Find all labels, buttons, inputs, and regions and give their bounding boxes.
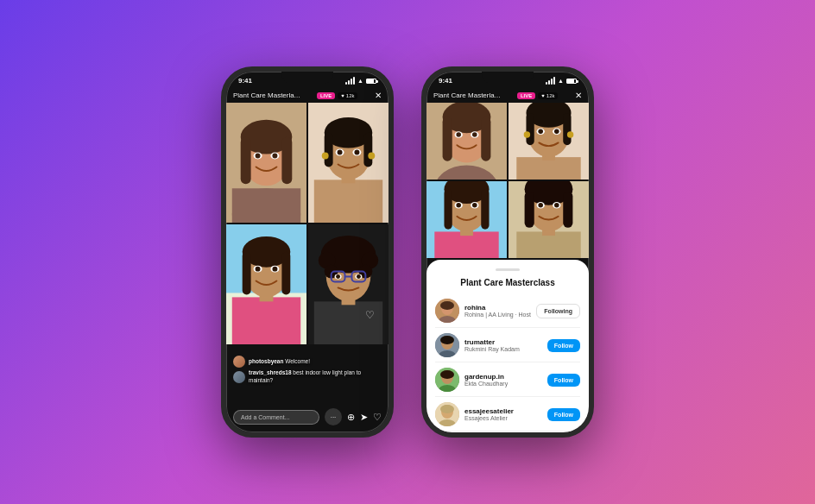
- svg-rect-32: [281, 252, 290, 295]
- video-grid-right: [426, 103, 589, 258]
- svg-point-77: [554, 129, 559, 135]
- time-right: 9:41: [439, 77, 452, 85]
- svg-rect-17: [325, 133, 333, 167]
- svg-rect-6: [241, 137, 251, 185]
- host-item-2: gardenup.in Ekta Chaudhary Follow: [435, 363, 580, 397]
- svg-point-72: [524, 131, 530, 137]
- chat-overlay: photosbyean Welcome! travis_shreds18 bes…: [226, 352, 389, 387]
- live-badge-left: LIVE: [317, 92, 335, 99]
- host-avatar-0: [435, 299, 459, 323]
- bottom-bar-left: Add a Comment... ··· ⊕ ➤ ♡: [226, 408, 389, 425]
- svg-point-35: [256, 267, 261, 272]
- host-username-2: gardenup.in: [464, 373, 542, 381]
- host-display-0: Rohina | AA Living · Host: [464, 312, 531, 318]
- stream-badges-right: LIVE ♥12k: [517, 92, 559, 99]
- host-info-3: essajeesatelier Essajees Atelier: [464, 407, 542, 421]
- svg-point-23: [338, 150, 343, 155]
- svg-point-110: [440, 370, 454, 379]
- follow-button-3[interactable]: Follow: [547, 408, 580, 421]
- video-cell-r2: [509, 103, 589, 180]
- svg-rect-2: [232, 188, 300, 223]
- host-item-1: trumatter Rukmini Ray Kadam Follow: [435, 329, 580, 362]
- following-button-0[interactable]: Following: [536, 304, 580, 318]
- video-cell-r4: [509, 181, 589, 258]
- svg-rect-95: [563, 192, 572, 228]
- battery-icon-right: [566, 79, 577, 84]
- status-icons-left: ▲: [345, 77, 376, 85]
- chat-avatar-2: [233, 371, 245, 383]
- host-item-3: essajeesatelier Essajees Atelier Follow: [435, 398, 580, 432]
- svg-point-73: [567, 131, 573, 137]
- chat-message-2: travis_shreds18 best indoor low light pl…: [233, 369, 382, 384]
- video-grid-left: ♡: [226, 103, 389, 344]
- info-panel: Plant Care Masterclass rohina Rohina | A…: [426, 260, 589, 432]
- host-list: rohina Rohina | AA Living · Host Followi…: [426, 294, 589, 432]
- host-info-1: trumatter Rukmini Ray Kadam: [464, 338, 542, 352]
- host-username-0: rohina: [464, 304, 531, 312]
- video-cell-3: [226, 224, 306, 344]
- svg-rect-38: [314, 301, 382, 344]
- svg-point-36: [272, 267, 277, 272]
- stream-header-right: Plant Care Masterla... LIVE ♥12k ✕: [426, 89, 589, 104]
- svg-point-20: [368, 153, 375, 160]
- stream-title-right: Plant Care Masterla...: [433, 91, 500, 99]
- svg-rect-71: [563, 113, 571, 145]
- svg-point-11: [272, 154, 277, 159]
- host-info-0: rohina Rohina | AA Living · Host: [464, 304, 531, 318]
- host-item-0: rohina Rohina | AA Living · Host Followi…: [435, 294, 580, 328]
- svg-point-87: [456, 203, 461, 208]
- svg-rect-94: [525, 192, 534, 228]
- follow-button-2[interactable]: Follow: [547, 374, 580, 387]
- request-join-button[interactable]: Request to Join: [426, 432, 589, 432]
- status-bar-right: 9:41 ▲: [426, 72, 589, 86]
- host-avatar-3: [435, 402, 459, 426]
- live-badge-right: LIVE: [517, 92, 535, 99]
- video-cell-r3: [426, 181, 507, 258]
- like-icon[interactable]: ♡: [373, 412, 382, 423]
- svg-point-98: [538, 203, 543, 208]
- status-bar-left: 9:41 ▲: [226, 72, 389, 86]
- follow-button-1[interactable]: Follow: [547, 339, 580, 352]
- chat-message-1: photosbyean Welcome!: [233, 356, 382, 368]
- panel-title: Plant Care Masterclass: [426, 278, 589, 287]
- svg-point-64: [472, 132, 477, 137]
- video-cell-1: [226, 103, 306, 223]
- svg-point-51: [336, 274, 340, 279]
- svg-point-106: [440, 336, 454, 344]
- svg-rect-84: [481, 189, 489, 230]
- svg-point-99: [554, 203, 559, 208]
- dm-icon[interactable]: ⊕: [347, 412, 355, 423]
- time-left: 9:41: [238, 77, 252, 85]
- host-avatar-1: [435, 333, 459, 357]
- stream-badges-left: LIVE ♥12k: [317, 92, 358, 99]
- host-display-2: Ekta Chaudhary: [464, 381, 542, 387]
- svg-rect-7: [281, 137, 292, 185]
- svg-point-88: [472, 203, 477, 208]
- stream-title-left: Plant Care Masterla...: [233, 91, 300, 99]
- status-icons-right: ▲: [546, 77, 577, 85]
- phone-right: 9:41 ▲ Plant Care Masterla... LIVE ♥12k …: [421, 66, 594, 438]
- viewer-count-right: ♥12k: [538, 92, 558, 99]
- more-options-button[interactable]: ···: [325, 408, 342, 425]
- svg-rect-13: [314, 180, 382, 223]
- host-display-1: Rukmini Ray Kadam: [464, 346, 542, 352]
- svg-point-52: [357, 274, 361, 279]
- comment-input[interactable]: Add a Comment...: [233, 410, 319, 425]
- panel-handle: [496, 268, 520, 271]
- signal-icon-right: [546, 77, 555, 85]
- svg-rect-18: [363, 133, 372, 167]
- close-button-right[interactable]: ✕: [575, 91, 582, 100]
- host-username-1: trumatter: [464, 338, 542, 346]
- svg-rect-59: [443, 117, 452, 161]
- chat-avatar-1: [233, 356, 245, 368]
- viewer-count-left: ♥12k: [338, 92, 357, 99]
- close-button-left[interactable]: ✕: [375, 91, 382, 100]
- host-info-2: gardenup.in Ekta Chaudhary: [464, 373, 542, 387]
- host-username-3: essajeesatelier: [464, 407, 542, 415]
- video-cell-4: ♡: [308, 224, 389, 344]
- video-cell-r1: [426, 103, 507, 180]
- svg-text:♡: ♡: [365, 309, 375, 321]
- share-icon[interactable]: ➤: [360, 412, 368, 423]
- svg-rect-83: [444, 189, 452, 230]
- svg-rect-66: [516, 157, 580, 180]
